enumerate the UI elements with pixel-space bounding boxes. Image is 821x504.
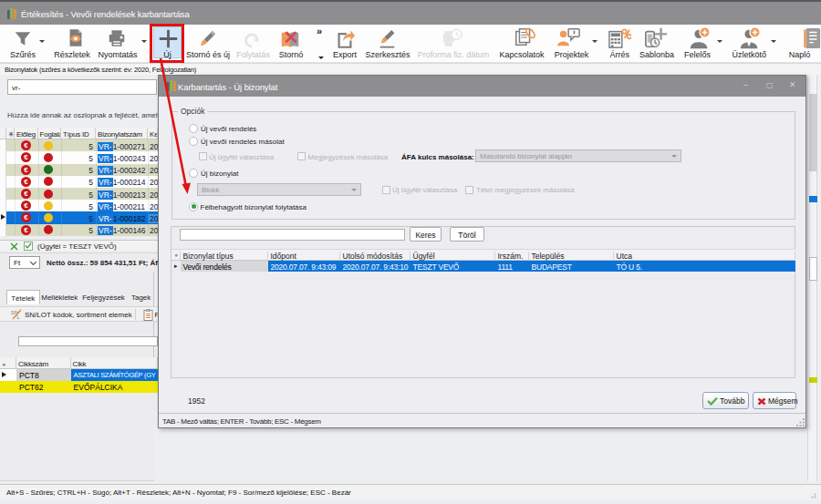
svg-text:L: L	[17, 314, 20, 320]
